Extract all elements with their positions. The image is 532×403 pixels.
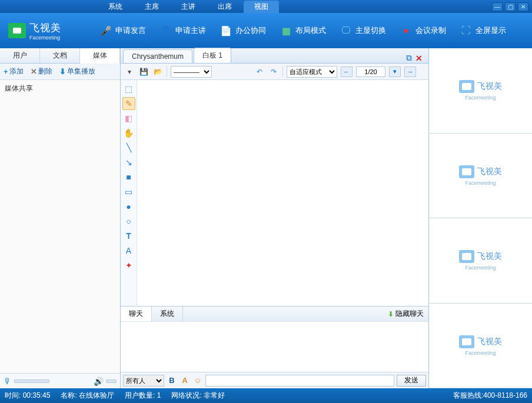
chat-tab-system[interactable]: 系统 — [152, 307, 183, 321]
hide-chat-label: 隐藏聊天 — [395, 309, 424, 319]
fullscreen-icon: ⛶ — [460, 25, 472, 36]
popout-icon[interactable]: ⧉ — [406, 53, 412, 63]
presenter-icon: 👤 — [160, 25, 172, 36]
arrow-tool[interactable]: ↘ — [122, 156, 135, 169]
slot-logo-cn: 飞视美 — [477, 166, 502, 177]
hand-tool[interactable]: ✋ — [122, 126, 135, 139]
chat-input[interactable] — [205, 375, 394, 387]
font-icon[interactable]: A — [179, 375, 190, 386]
mic-icon[interactable]: 🎙 — [4, 377, 12, 386]
speaker-icon[interactable]: 🔊 — [94, 377, 104, 386]
layout-mode-button[interactable]: ▦ 布局模式 — [274, 22, 332, 39]
x-icon: ✕ — [31, 67, 37, 76]
line-tool[interactable]: ╲ — [122, 141, 135, 154]
request-present-label: 申请主讲 — [175, 25, 206, 36]
add-label: 添加 — [9, 66, 24, 76]
main-switch-button[interactable]: 🖵 主显切换 — [334, 22, 392, 39]
record-label: 会议录制 — [415, 25, 446, 36]
chat-tab-chat[interactable]: 聊天 — [121, 307, 152, 321]
line-style-select[interactable]: ———— — [171, 66, 212, 78]
app-logo: 飞视美 Facemeeting — [0, 21, 94, 41]
bold-icon[interactable]: B — [167, 375, 177, 386]
rect-outline-tool[interactable]: ▭ — [122, 185, 135, 198]
slot-logo-cn: 飞视美 — [477, 81, 502, 92]
whiteboard-body: ⬚ ✎ ◧ ✋ ╲ ↘ ■ ▭ ● ○ T A ✦ — [121, 80, 428, 306]
rect-fill-tool[interactable]: ■ — [122, 171, 135, 184]
emoji-icon[interactable]: ☺ — [192, 375, 203, 386]
tab-media[interactable]: 媒体 — [80, 48, 120, 64]
ellipse-outline-tool[interactable]: ○ — [122, 215, 135, 228]
chat-tabs: 聊天 系统 ⬇ 隐藏聊天 — [121, 306, 428, 321]
mic-volume-slider[interactable] — [14, 379, 49, 383]
record-button[interactable]: ● 会议录制 — [394, 22, 452, 39]
logo-icon — [459, 250, 474, 263]
delete-label: 删除 — [38, 66, 52, 76]
maximize-button[interactable]: ▢ — [505, 2, 516, 11]
open-icon[interactable]: 📂 — [152, 66, 163, 77]
office-collab-label: 办公协同 — [235, 25, 266, 36]
prev-page-button[interactable]: ← — [341, 66, 353, 77]
send-button[interactable]: 发送 — [397, 375, 426, 387]
video-slot-4[interactable]: 飞视美 Facemeeting — [429, 304, 532, 389]
slot-logo-en: Facemeeting — [465, 95, 496, 101]
video-slot-1[interactable]: 飞视美 Facemeeting — [429, 48, 532, 134]
video-slot-3[interactable]: 飞视美 Facemeeting — [429, 218, 532, 304]
doc-tab-actions: ⧉ ✕ — [406, 53, 426, 63]
speaker-volume-slider[interactable] — [106, 379, 117, 383]
request-speak-button[interactable]: 🎤 申请发言 — [94, 22, 152, 39]
ellipse-fill-tool[interactable]: ● — [122, 200, 135, 213]
close-tab-icon[interactable]: ✕ — [415, 54, 423, 63]
close-button[interactable]: ✕ — [518, 2, 528, 11]
menu-speaker[interactable]: 主讲 — [171, 1, 206, 13]
chat-log — [121, 321, 428, 372]
text-tool[interactable]: A — [122, 244, 135, 257]
fullscreen-label: 全屏显示 — [476, 25, 506, 36]
media-list — [0, 97, 120, 373]
minimize-button[interactable]: — — [492, 2, 503, 11]
logo-icon — [459, 165, 474, 178]
fit-mode-select[interactable]: 自适应模式 — [287, 66, 337, 78]
office-collab-button[interactable]: 📄 办公协同 — [214, 22, 272, 39]
plus-icon: + — [4, 67, 8, 76]
undo-icon[interactable]: ↶ — [254, 66, 265, 77]
status-time: 时间: 00:35:45 — [5, 391, 50, 401]
logo-en: Facemeeting — [29, 35, 61, 41]
whiteboard-toolbar: ▾ 💾 📂 ———— ↶ ↷ 自适应模式 ← ▾ → — [121, 64, 428, 80]
video-slot-2[interactable]: 飞视美 Facemeeting — [429, 134, 532, 219]
tab-user[interactable]: 用户 — [0, 48, 40, 63]
text-bold-tool[interactable]: T — [122, 229, 135, 242]
request-speak-label: 申请发言 — [115, 25, 146, 36]
doc-tab-whiteboard[interactable]: 白板 1 — [194, 48, 231, 63]
menu-attend[interactable]: 出席 — [207, 1, 242, 13]
eraser-tool[interactable]: ◧ — [122, 112, 135, 125]
new-icon[interactable]: ▾ — [124, 66, 135, 77]
redo-icon[interactable]: ↷ — [268, 66, 279, 77]
request-present-button[interactable]: 👤 申请主讲 — [154, 22, 212, 39]
laser-tool[interactable]: ✦ — [122, 259, 135, 272]
menu-chair[interactable]: 主席 — [134, 1, 169, 13]
chat-target-select[interactable]: 所有人 — [123, 375, 164, 387]
tab-doc[interactable]: 文档 — [40, 48, 80, 63]
hide-chat-button[interactable]: ⬇ 隐藏聊天 — [383, 307, 428, 321]
page-indicator[interactable] — [356, 66, 385, 77]
status-room: 名称: 在线体验厅 — [61, 391, 114, 401]
logo-icon — [459, 80, 474, 93]
save-icon[interactable]: 💾 — [138, 66, 149, 77]
audio-controls: 🎙 🔊 — [0, 373, 120, 388]
next-page-button[interactable]: → — [404, 66, 416, 77]
pencil-tool[interactable]: ✎ — [122, 97, 135, 110]
menu-view[interactable]: 视图 — [244, 1, 279, 13]
delete-button[interactable]: ✕ 删除 — [27, 66, 56, 76]
playset-button[interactable]: ⬇ 单集播放 — [56, 66, 99, 76]
logo-icon — [8, 23, 26, 38]
page-dropdown-button[interactable]: ▾ — [389, 66, 401, 77]
select-tool[interactable]: ⬚ — [122, 82, 135, 95]
add-button[interactable]: + 添加 — [0, 66, 27, 76]
main-switch-label: 主显切换 — [355, 25, 386, 36]
whiteboard-canvas[interactable] — [137, 80, 428, 306]
separator — [167, 66, 167, 77]
menu-system[interactable]: 系统 — [98, 1, 133, 13]
doc-tab-chrysanthemum[interactable]: Chrysanthemum — [123, 49, 192, 63]
status-network: 网络状况: 非常好 — [171, 391, 225, 401]
fullscreen-button[interactable]: ⛶ 全屏显示 — [454, 22, 512, 39]
